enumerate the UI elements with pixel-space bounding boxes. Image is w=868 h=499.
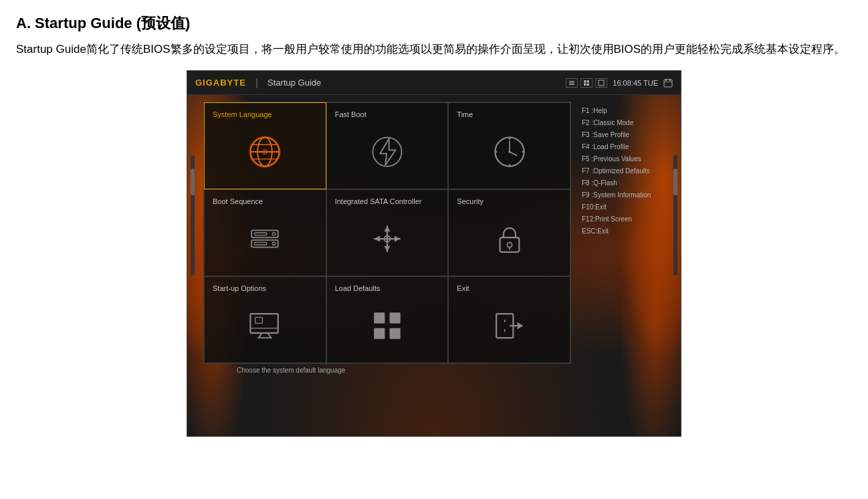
- bios-hint: Choose the system default language: [203, 364, 571, 379]
- shortcut-item: F3 :Save Profile: [582, 129, 665, 141]
- svg-marker-40: [395, 236, 401, 242]
- svg-rect-52: [390, 313, 401, 324]
- svg-rect-31: [255, 233, 267, 235]
- svg-rect-2: [569, 84, 574, 84]
- bios-menu-panel: System Language Fast Boot Time Boot Sequ…: [203, 102, 571, 379]
- menu-grid: System Language Fast Boot Time Boot Sequ…: [203, 102, 571, 364]
- menu-icon-load-defaults: [335, 298, 440, 353]
- svg-rect-1: [569, 82, 574, 83]
- bios-screenshot: GIGABYTE | Startup Guide 16:08:45 TUE: [187, 70, 681, 437]
- menu-label-boot-sequence: Boot Sequence: [213, 197, 263, 206]
- svg-rect-10: [669, 79, 671, 81]
- menu-cell-fast-boot[interactable]: Fast Boot: [326, 102, 449, 189]
- shortcut-item: F4 :Load Profile: [582, 141, 665, 153]
- svg-rect-3: [584, 80, 586, 83]
- menu-icon-time: [457, 124, 562, 179]
- shortcut-item: F7 :Optimized Defaults: [582, 165, 665, 177]
- menu-cell-integrated-sata[interactable]: Integrated SATA Controller: [326, 189, 449, 276]
- menu-icon-startup-options: [213, 298, 318, 353]
- menu-label-system-language: System Language: [213, 110, 272, 119]
- svg-point-33: [273, 233, 276, 236]
- svg-rect-54: [390, 328, 401, 339]
- menu-icon-exit: [457, 298, 562, 353]
- left-scrollbar: [187, 102, 198, 276]
- menu-label-load-defaults: Load Defaults: [335, 284, 381, 293]
- svg-point-34: [273, 242, 276, 245]
- svg-rect-51: [374, 313, 385, 324]
- svg-rect-6: [587, 83, 590, 86]
- page-title: A. Startup Guide (预设值): [16, 13, 852, 33]
- svg-rect-9: [665, 79, 667, 81]
- svg-rect-42: [500, 238, 519, 253]
- menu-cell-load-defaults[interactable]: Load Defaults: [326, 276, 449, 363]
- shortcut-item: ESC:Exit: [582, 225, 665, 237]
- menu-icon-system-language: [213, 124, 318, 179]
- list-view-icon[interactable]: [566, 78, 578, 88]
- menu-label-fast-boot: Fast Boot: [335, 110, 366, 119]
- menu-cell-startup-options[interactable]: Start-up Options: [204, 276, 326, 363]
- svg-rect-50: [255, 318, 263, 324]
- menu-icon-security: [457, 211, 562, 266]
- svg-rect-8: [664, 80, 672, 87]
- menu-label-exit: Exit: [457, 284, 469, 293]
- shortcut-item: F2 :Classic Mode: [582, 117, 665, 129]
- svg-point-43: [507, 243, 512, 247]
- svg-point-25: [508, 138, 510, 140]
- single-view-icon[interactable]: [595, 78, 607, 88]
- menu-icon-boot-sequence: [213, 211, 318, 266]
- svg-rect-45: [251, 314, 278, 333]
- shortcut-item: F1 :Help: [582, 105, 665, 117]
- svg-rect-7: [599, 80, 604, 86]
- page-description: Startup Guide简化了传统BIOS繁多的设定项目，将一般用户较常使用的…: [16, 40, 852, 58]
- svg-line-24: [510, 152, 517, 155]
- svg-rect-0: [569, 81, 574, 82]
- bios-header-right: 16:08:45 TUE: [566, 78, 673, 88]
- menu-cell-time[interactable]: Time: [448, 102, 570, 189]
- svg-rect-29: [252, 231, 279, 238]
- view-icons: [566, 78, 607, 88]
- menu-icon-fast-boot: [335, 124, 440, 179]
- bios-brand: GIGABYTE | Startup Guide: [195, 77, 321, 89]
- bios-clock: 16:08:45 TUE: [613, 79, 658, 87]
- svg-point-17: [262, 149, 268, 155]
- shortcut-item: F5 :Previous Values: [582, 153, 665, 165]
- svg-rect-32: [255, 243, 267, 245]
- menu-cell-system-language[interactable]: System Language: [204, 102, 326, 189]
- shortcut-item: F10:Exit: [582, 201, 665, 213]
- right-scrollbar: [670, 102, 681, 276]
- svg-point-26: [522, 151, 524, 153]
- calendar-icon: [663, 78, 673, 88]
- svg-rect-30: [252, 240, 279, 247]
- bios-mode-title: Startup Guide: [267, 78, 321, 88]
- shortcut-item: F12:Print Screen: [582, 213, 665, 225]
- shortcut-item: F9 :System Information: [582, 189, 665, 201]
- bios-header: GIGABYTE | Startup Guide 16:08:45 TUE: [187, 71, 681, 95]
- svg-rect-4: [587, 80, 590, 83]
- grid-view-icon[interactable]: [580, 78, 592, 88]
- svg-point-27: [508, 165, 510, 167]
- shortcut-item: F8 :Q-Flash: [582, 177, 665, 189]
- svg-rect-53: [374, 328, 385, 339]
- svg-marker-20: [380, 139, 395, 166]
- menu-label-integrated-sata: Integrated SATA Controller: [335, 197, 422, 206]
- svg-marker-39: [374, 236, 380, 242]
- svg-marker-37: [384, 226, 390, 232]
- header-divider: |: [255, 77, 258, 89]
- svg-marker-38: [384, 246, 390, 252]
- menu-icon-integrated-sata: [335, 211, 440, 266]
- shortcuts-panel: F1 :HelpF2 :Classic ModeF3 :Save Profile…: [576, 102, 670, 241]
- menu-cell-exit[interactable]: Exit: [448, 276, 570, 363]
- menu-label-security: Security: [457, 197, 483, 206]
- menu-label-time: Time: [457, 110, 473, 119]
- svg-rect-5: [584, 83, 586, 86]
- svg-point-28: [496, 151, 498, 153]
- svg-marker-57: [517, 322, 522, 330]
- gigabyte-logo: GIGABYTE: [195, 78, 246, 88]
- menu-label-startup-options: Start-up Options: [213, 284, 266, 293]
- menu-cell-boot-sequence[interactable]: Boot Sequence: [204, 189, 326, 276]
- menu-cell-security[interactable]: Security: [448, 189, 570, 276]
